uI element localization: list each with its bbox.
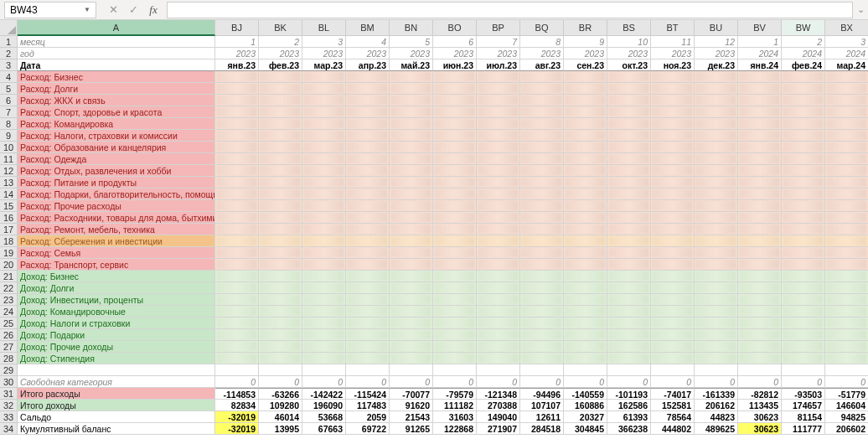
data-cell[interactable]: [782, 142, 825, 153]
data-cell[interactable]: [651, 118, 695, 130]
data-cell[interactable]: 174657: [782, 400, 825, 411]
data-cell[interactable]: [782, 294, 825, 306]
data-cell[interactable]: 67663: [302, 423, 346, 435]
data-cell[interactable]: [390, 282, 433, 294]
row-label-cell[interactable]: Доход: Налоги и страховки: [18, 318, 215, 329]
data-cell[interactable]: [520, 118, 564, 130]
data-cell[interactable]: [259, 235, 302, 247]
data-cell[interactable]: [259, 271, 302, 282]
column-header[interactable]: BX: [825, 20, 868, 36]
data-cell[interactable]: [607, 271, 651, 282]
data-cell[interactable]: 2023: [433, 48, 477, 59]
data-cell[interactable]: 0: [433, 376, 477, 388]
data-cell[interactable]: [782, 165, 825, 177]
data-cell[interactable]: [433, 142, 477, 153]
select-all-corner[interactable]: [0, 20, 18, 36]
data-cell[interactable]: [215, 95, 259, 106]
data-cell[interactable]: [825, 153, 868, 165]
data-cell[interactable]: -51779: [825, 388, 868, 400]
data-cell[interactable]: [782, 259, 825, 271]
data-cell[interactable]: [215, 294, 259, 306]
data-cell[interactable]: [215, 83, 259, 95]
data-cell[interactable]: [520, 271, 564, 282]
column-header[interactable]: BV: [738, 20, 782, 36]
data-cell[interactable]: [782, 247, 825, 259]
data-cell[interactable]: 2024: [825, 48, 868, 59]
data-cell[interactable]: [825, 282, 868, 294]
data-cell[interactable]: [782, 329, 825, 341]
data-cell[interactable]: [390, 318, 433, 329]
row-header[interactable]: 6: [0, 95, 18, 106]
data-cell[interactable]: [477, 83, 520, 95]
data-cell[interactable]: [215, 71, 259, 83]
data-cell[interactable]: [259, 212, 302, 224]
column-header[interactable]: BL: [302, 20, 346, 36]
data-cell[interactable]: [607, 106, 651, 118]
data-cell[interactable]: [607, 235, 651, 247]
data-cell[interactable]: [390, 364, 433, 376]
data-cell[interactable]: [259, 329, 302, 341]
row-header[interactable]: 24: [0, 306, 18, 318]
data-cell[interactable]: [825, 83, 868, 95]
row-header[interactable]: 26: [0, 329, 18, 341]
data-cell[interactable]: [825, 341, 868, 353]
data-cell[interactable]: [738, 142, 782, 153]
row-label-cell[interactable]: Расход: Прочие расходы: [18, 200, 215, 212]
data-cell[interactable]: [346, 294, 390, 306]
data-cell[interactable]: [215, 259, 259, 271]
accept-formula-button[interactable]: ✓: [123, 2, 143, 18]
data-cell[interactable]: [520, 71, 564, 83]
data-cell[interactable]: [782, 130, 825, 142]
data-cell[interactable]: 444802: [651, 423, 695, 435]
data-cell[interactable]: [607, 130, 651, 142]
data-cell[interactable]: [477, 341, 520, 353]
data-cell[interactable]: [825, 71, 868, 83]
data-cell[interactable]: -74017: [651, 388, 695, 400]
data-cell[interactable]: [564, 353, 607, 364]
data-cell[interactable]: -32019: [215, 423, 259, 435]
data-cell[interactable]: [477, 118, 520, 130]
row-label-cell[interactable]: Расход: Налоги, страховки и комиссии: [18, 130, 215, 142]
data-cell[interactable]: [520, 282, 564, 294]
data-cell[interactable]: фев.24: [782, 59, 825, 71]
data-cell[interactable]: [215, 329, 259, 341]
data-cell[interactable]: 30623: [738, 411, 782, 423]
data-cell[interactable]: [564, 235, 607, 247]
data-cell[interactable]: [738, 188, 782, 200]
data-cell[interactable]: [607, 259, 651, 271]
data-cell[interactable]: [302, 282, 346, 294]
data-cell[interactable]: [477, 71, 520, 83]
column-header[interactable]: BR: [564, 20, 607, 36]
data-cell[interactable]: [215, 142, 259, 153]
insert-function-button[interactable]: fx: [143, 2, 163, 18]
data-cell[interactable]: [302, 259, 346, 271]
data-cell[interactable]: [477, 235, 520, 247]
expand-formula-bar-icon[interactable]: ⌄: [853, 4, 868, 15]
data-cell[interactable]: [433, 224, 477, 235]
data-cell[interactable]: [477, 353, 520, 364]
data-cell[interactable]: [738, 177, 782, 188]
data-cell[interactable]: сен.23: [564, 59, 607, 71]
data-cell[interactable]: [782, 212, 825, 224]
row-header[interactable]: 27: [0, 341, 18, 353]
data-cell[interactable]: [738, 212, 782, 224]
row-label-cell[interactable]: Расход: Семья: [18, 247, 215, 259]
data-cell[interactable]: 284518: [520, 423, 564, 435]
data-cell[interactable]: [520, 177, 564, 188]
data-cell[interactable]: [695, 247, 738, 259]
data-cell[interactable]: [390, 341, 433, 353]
data-cell[interactable]: [433, 130, 477, 142]
data-cell[interactable]: 2023: [259, 48, 302, 59]
data-cell[interactable]: [651, 329, 695, 341]
data-cell[interactable]: [259, 130, 302, 142]
data-cell[interactable]: [390, 224, 433, 235]
data-cell[interactable]: [607, 353, 651, 364]
data-cell[interactable]: [782, 200, 825, 212]
data-cell[interactable]: [695, 212, 738, 224]
data-cell[interactable]: 21543: [390, 411, 433, 423]
data-cell[interactable]: 61393: [607, 411, 651, 423]
data-cell[interactable]: [738, 341, 782, 353]
data-cell[interactable]: [390, 165, 433, 177]
data-cell[interactable]: [825, 329, 868, 341]
data-cell[interactable]: [825, 318, 868, 329]
